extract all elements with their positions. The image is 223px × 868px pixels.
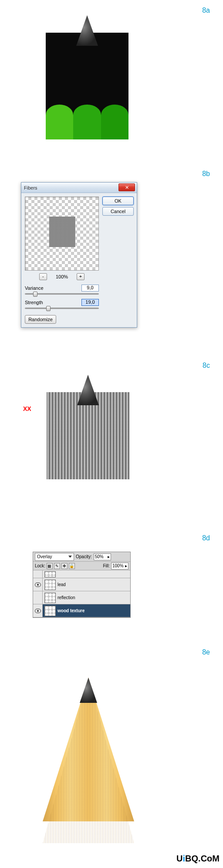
layer-row-selected[interactable]: wood texture	[33, 604, 130, 617]
pencil-figure-8a	[46, 15, 128, 139]
layer-row[interactable]: reflection	[33, 591, 130, 604]
fill-label: Fill:	[103, 563, 110, 568]
step-label-8d: 8d	[202, 534, 210, 542]
variance-slider[interactable]	[25, 293, 99, 295]
pencil-scallops	[43, 808, 134, 843]
fill-input[interactable]: 100% ▸	[111, 563, 128, 570]
chevron-down-icon	[68, 556, 72, 558]
strength-slider[interactable]	[25, 308, 99, 309]
lock-transparency-icon[interactable]: ▦	[47, 563, 53, 569]
pencil-lead-cone	[77, 375, 99, 405]
dialog-button-column: OK Cancel	[102, 197, 134, 324]
layers-panel: Overlay Opacity: 50% ▸ Lock: ▦ ✎ ✥ 🔒 Fil…	[33, 552, 131, 618]
caret-icon: ▸	[125, 563, 127, 568]
strength-label: Strength	[25, 300, 43, 305]
dialog-title: Fibers	[24, 185, 37, 190]
eye-icon	[35, 583, 41, 587]
layer-name[interactable]: reflection	[57, 595, 130, 600]
layers-lock-row: Lock: ▦ ✎ ✥ 🔒 Fill: 100% ▸	[33, 562, 130, 570]
pencil-figure-8c	[47, 375, 129, 499]
visibility-toggle[interactable]	[33, 604, 43, 617]
scallop	[101, 105, 128, 139]
lock-move-icon[interactable]: ✥	[61, 563, 68, 569]
strength-input[interactable]: 19,0	[81, 299, 99, 306]
lock-label: Lock:	[35, 563, 45, 568]
pencil-lead-cone	[76, 15, 98, 46]
layer-thumbnail	[44, 593, 56, 603]
layers-top-row: Overlay Opacity: 50% ▸	[33, 552, 130, 562]
pencil-scallops	[47, 464, 129, 499]
watermark-post: BQ.CoM	[185, 854, 220, 863]
layer-thumbnail	[44, 571, 56, 577]
layer-row[interactable]: lead	[33, 578, 130, 591]
variance-input[interactable]: 9,0	[81, 285, 99, 292]
visibility-toggle[interactable]	[33, 578, 43, 591]
zoom-out-button[interactable]: -	[39, 273, 47, 280]
randomize-button[interactable]: Randomize	[25, 315, 56, 324]
close-button[interactable]: ✕	[118, 183, 135, 191]
visibility-toggle[interactable]	[33, 570, 43, 578]
fibers-preview-content	[49, 217, 75, 247]
layer-thumbnail	[44, 606, 56, 616]
layer-row-partial[interactable]	[33, 570, 130, 578]
visibility-toggle[interactable]	[33, 591, 43, 604]
zoom-in-button[interactable]: +	[77, 273, 84, 280]
layer-name[interactable]: lead	[57, 582, 130, 587]
cancel-button[interactable]: Cancel	[102, 207, 134, 216]
variance-slider-thumb[interactable]	[33, 292, 37, 297]
watermark: UiBQ.CoM	[176, 854, 220, 864]
lock-brush-icon[interactable]: ✎	[54, 563, 60, 569]
lock-all-icon[interactable]: 🔒	[69, 563, 75, 569]
layer-name[interactable]: wood texture	[57, 608, 130, 613]
pencil-scallops	[46, 105, 128, 139]
step-label-8b: 8b	[202, 170, 210, 178]
scallop	[46, 105, 73, 139]
scallop	[73, 105, 101, 139]
pencil-lead-tip	[80, 678, 97, 703]
opacity-label: Opacity:	[76, 554, 92, 559]
fibers-preview[interactable]	[25, 197, 99, 271]
zoom-percentage: 100%	[56, 274, 68, 279]
step-label-8e: 8e	[202, 648, 210, 656]
strength-slider-thumb[interactable]	[46, 306, 51, 311]
watermark-pre: U	[176, 854, 182, 863]
step-label-8c: 8c	[203, 362, 210, 370]
dialog-titlebar[interactable]: Fibers ✕	[21, 183, 137, 193]
opacity-value: 50%	[95, 554, 104, 559]
fibers-dialog: Fibers ✕ - 100% + Variance 9,0 Strength …	[21, 182, 137, 328]
fill-value: 100%	[112, 563, 124, 568]
variance-label: Variance	[25, 285, 44, 291]
ok-button[interactable]: OK	[102, 197, 134, 205]
eye-icon	[35, 609, 41, 613]
layer-thumbnail	[44, 580, 56, 590]
blend-mode-value: Overlay	[37, 554, 52, 559]
opacity-input[interactable]: 50% ▸	[94, 553, 111, 560]
pencil-figure-8e	[43, 678, 134, 843]
caret-icon: ▸	[108, 554, 110, 559]
step-label-8a: 8a	[202, 7, 210, 14]
red-annotation-xx: XX	[23, 405, 31, 412]
blend-mode-select[interactable]: Overlay	[35, 553, 74, 561]
